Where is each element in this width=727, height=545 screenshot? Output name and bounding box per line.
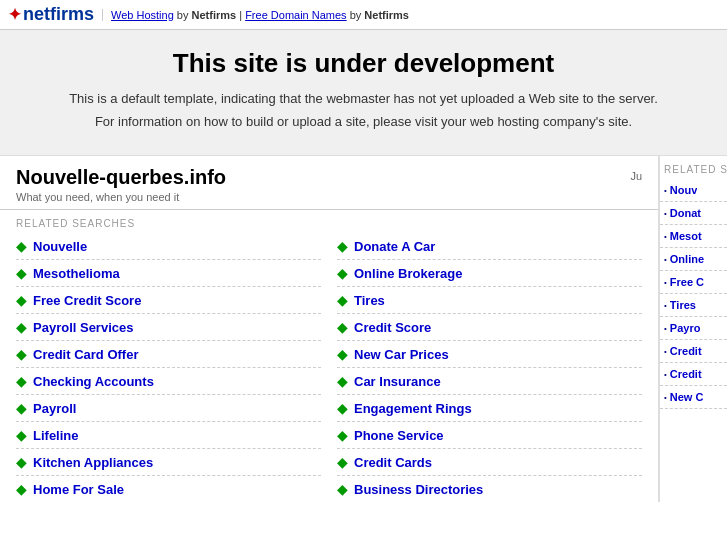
date-area: Ju [630, 166, 642, 182]
right-panel-item: • Credit [660, 340, 727, 363]
right-panel-item: • Credit [660, 363, 727, 386]
right-search-item: ◆ New Car Prices [337, 341, 642, 368]
arrow-icon: ◆ [16, 346, 27, 362]
bullet-icon: • [664, 209, 667, 218]
search-link[interactable]: Nouvelle [33, 239, 87, 254]
right-panel-link[interactable]: Payro [670, 322, 701, 334]
left-search-item: ◆ Lifeline [16, 422, 321, 449]
arrow-icon: ◆ [16, 319, 27, 335]
search-link[interactable]: Online Brokerage [354, 266, 462, 281]
banner-links: Web Hosting by Netfirms | Free Domain Na… [102, 9, 409, 21]
right-panel-item: • Free C [660, 271, 727, 294]
search-link[interactable]: Payroll Services [33, 320, 133, 335]
search-link[interactable]: Home For Sale [33, 482, 124, 497]
related-searches-right-label: RELATED SE [660, 156, 727, 179]
search-link[interactable]: Credit Card Offer [33, 347, 138, 362]
right-panel-link[interactable]: Credit [670, 368, 702, 380]
search-link[interactable]: Engagement Rings [354, 401, 472, 416]
right-panel-link[interactable]: Tires [670, 299, 696, 311]
right-panel-link[interactable]: Credit [670, 345, 702, 357]
search-link[interactable]: Business Directories [354, 482, 483, 497]
bullet-icon: • [664, 324, 667, 333]
right-panel-item: • New C [660, 386, 727, 409]
bullet-icon: • [664, 255, 667, 264]
under-dev-heading: This site is under development [40, 48, 687, 79]
site-subtitle: What you need, when you need it [16, 191, 226, 203]
web-hosting-link[interactable]: Web Hosting [111, 9, 174, 21]
under-dev-line2: For information on how to build or uploa… [40, 114, 687, 129]
logo-star-icon: ✦ [8, 5, 21, 24]
left-search-item: ◆ Mesothelioma [16, 260, 321, 287]
under-development-section: This site is under development This is a… [0, 30, 727, 156]
right-panel-link[interactable]: Free C [670, 276, 704, 288]
search-link[interactable]: Tires [354, 293, 385, 308]
search-col-left: ◆ Nouvelle ◆ Mesothelioma ◆ Free Credit … [8, 233, 329, 502]
under-dev-line1: This is a default template, indicating t… [40, 91, 687, 106]
right-panel-item: • Payro [660, 317, 727, 340]
bullet-icon: • [664, 186, 667, 195]
search-link[interactable]: Credit Cards [354, 455, 432, 470]
left-panel: Nouvelle-querbes.info What you need, whe… [0, 156, 659, 502]
logo-area: ✦ netfirms [8, 4, 94, 25]
search-link[interactable]: Free Credit Score [33, 293, 141, 308]
arrow-icon: ◆ [337, 292, 348, 308]
search-link[interactable]: Mesothelioma [33, 266, 120, 281]
right-panel-link[interactable]: Donat [670, 207, 701, 219]
left-search-item: ◆ Free Credit Score [16, 287, 321, 314]
logo-text: netfirms [23, 4, 94, 25]
search-columns: ◆ Nouvelle ◆ Mesothelioma ◆ Free Credit … [0, 233, 658, 502]
right-search-item: ◆ Car Insurance [337, 368, 642, 395]
left-search-item: ◆ Kitchen Appliances [16, 449, 321, 476]
right-search-item: ◆ Engagement Rings [337, 395, 642, 422]
right-panel-link[interactable]: Nouv [670, 184, 698, 196]
left-search-item: ◆ Credit Card Offer [16, 341, 321, 368]
search-link[interactable]: Kitchen Appliances [33, 455, 153, 470]
left-search-item: ◆ Payroll Services [16, 314, 321, 341]
right-panel-items: • Nouv • Donat • Mesot • Online • Free C… [660, 179, 727, 409]
right-search-item: ◆ Online Brokerage [337, 260, 642, 287]
bullet-icon: • [664, 347, 667, 356]
left-search-item: ◆ Payroll [16, 395, 321, 422]
left-search-item: ◆ Nouvelle [16, 233, 321, 260]
bullet-icon: • [664, 370, 667, 379]
right-panel-link[interactable]: Online [670, 253, 704, 265]
arrow-icon: ◆ [16, 238, 27, 254]
top-banner: ✦ netfirms Web Hosting by Netfirms | Fre… [0, 0, 727, 30]
site-info: Nouvelle-querbes.info What you need, whe… [16, 166, 226, 203]
site-title: Nouvelle-querbes.info [16, 166, 226, 189]
search-link[interactable]: Phone Service [354, 428, 444, 443]
left-search-item: ◆ Checking Accounts [16, 368, 321, 395]
search-link[interactable]: Payroll [33, 401, 76, 416]
free-domain-link[interactable]: Free Domain Names [245, 9, 346, 21]
bullet-icon: • [664, 232, 667, 241]
arrow-icon: ◆ [337, 454, 348, 470]
search-link[interactable]: Car Insurance [354, 374, 441, 389]
arrow-icon: ◆ [16, 481, 27, 497]
right-search-item: ◆ Tires [337, 287, 642, 314]
bullet-icon: • [664, 301, 667, 310]
right-search-item: ◆ Business Directories [337, 476, 642, 502]
netfirms-brand-2: Netfirms [364, 9, 409, 21]
arrow-icon: ◆ [337, 481, 348, 497]
bullet-icon: • [664, 393, 667, 402]
search-link[interactable]: Checking Accounts [33, 374, 154, 389]
right-panel-item: • Nouv [660, 179, 727, 202]
right-panel-link[interactable]: New C [670, 391, 704, 403]
search-link[interactable]: Lifeline [33, 428, 79, 443]
right-panel-item: • Online [660, 248, 727, 271]
arrow-icon: ◆ [337, 319, 348, 335]
arrow-icon: ◆ [16, 400, 27, 416]
right-search-item: ◆ Credit Cards [337, 449, 642, 476]
right-search-item: ◆ Donate A Car [337, 233, 642, 260]
right-panel: RELATED SE • Nouv • Donat • Mesot • Onli… [659, 156, 727, 502]
arrow-icon: ◆ [16, 454, 27, 470]
arrow-icon: ◆ [16, 427, 27, 443]
arrow-icon: ◆ [337, 265, 348, 281]
search-link[interactable]: Donate A Car [354, 239, 435, 254]
search-link[interactable]: Credit Score [354, 320, 431, 335]
right-panel-link[interactable]: Mesot [670, 230, 702, 242]
site-header: Nouvelle-querbes.info What you need, whe… [0, 156, 658, 210]
arrow-icon: ◆ [337, 238, 348, 254]
search-link[interactable]: New Car Prices [354, 347, 449, 362]
arrow-icon: ◆ [337, 427, 348, 443]
